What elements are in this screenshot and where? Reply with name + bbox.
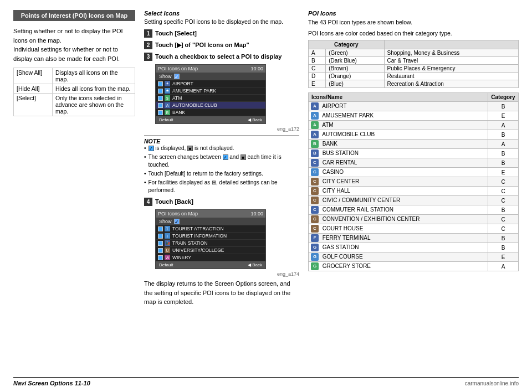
table-row: C CAR RENTAL B: [309, 158, 519, 168]
table-row: E (Blue) Recreation & Attraction: [309, 80, 519, 88]
cat-col-letter: Category: [309, 40, 385, 49]
poi-icons-title: POI Icons: [308, 10, 519, 17]
item-checkbox: [158, 96, 163, 101]
step-text-2: Touch [▶] of "POI Icons on Map": [155, 41, 249, 49]
table-row: B (Dark Blue) Car & Travel: [309, 57, 519, 65]
icon-cat-cell: B: [488, 130, 519, 140]
table-row: C CITY HALL C: [309, 187, 519, 196]
screen-1-bottombar: Default ◀ Back: [156, 116, 265, 123]
icon-cat-cell: C: [488, 196, 519, 205]
back-desc: The display returns to the Screen Option…: [144, 279, 299, 307]
screen-list-item: U UNIVERSITY/COLLEGE: [156, 247, 265, 254]
table-row: [Show All] Displays all icons on the map…: [14, 68, 135, 84]
icon-name-cell: F FERRY TERMINAL: [309, 234, 488, 243]
setting-label: [Select]: [14, 94, 53, 116]
university-icon: U: [165, 247, 170, 253]
cat-color: (Dark Blue): [326, 57, 384, 65]
step-text-1: Touch [Select]: [155, 29, 197, 37]
note-text-3: Touch [Default] to return to the factory…: [149, 170, 263, 178]
poi-name: FERRY TERMINAL: [323, 235, 371, 241]
poi-name: AMUSEMENT PARK: [322, 112, 374, 118]
step-num-1: 1: [144, 29, 152, 38]
icon-name-cell: A ATM: [309, 121, 488, 130]
bullet: •: [144, 145, 146, 152]
item-name: TOURIST ATTRACTION: [172, 226, 224, 231]
check-icon-small: ✓: [223, 154, 228, 160]
note-item-4: • For facilities displayed as ⊞, detaile…: [144, 179, 299, 194]
note-text-1: ✓ is displayed, ■ is not displayed.: [149, 145, 234, 152]
icon-cat-cell: A: [488, 262, 519, 271]
item-checkbox: [158, 81, 163, 86]
table-row: [Select] Only the icons selected in adva…: [14, 94, 135, 116]
poi-name: GOLF COURSE: [323, 254, 363, 260]
poi-icons-desc1: The 43 POI icon types are shown below.: [308, 18, 519, 27]
step-1: 1 Touch [Select]: [144, 29, 299, 38]
icon-name-cell: A AIRPORT: [309, 102, 488, 111]
screen-list-item: 🚂 TRAIN STATION: [156, 240, 265, 247]
select-icons-subtitle: Setting specific POI icons to be display…: [144, 18, 299, 25]
icon-name-cell: G GOLF COURSE: [309, 252, 488, 262]
show-checkbox-2: ✓: [174, 219, 180, 224]
airport-icon: ✈: [165, 81, 170, 86]
note-box: NOTE • ✓ is displayed, ■ is not displaye…: [144, 135, 299, 194]
poi-row-icon: C: [311, 215, 319, 223]
screen-list-item: i TOURIST INFORMATION: [156, 233, 265, 240]
poi-name: CITY HALL: [323, 188, 350, 194]
setting-desc: Displays all icons on the map.: [53, 68, 135, 84]
icon-cat-cell: E: [488, 111, 519, 121]
poi-row-icon: A: [311, 102, 319, 110]
screen-2-caption: eng_a174: [144, 271, 299, 277]
icon-name-cell: C COURT HOUSE: [309, 224, 488, 234]
note-item-3: • Touch [Default] to return to the facto…: [144, 170, 299, 178]
table-row: C CONVENTION / EXHIBITION CENTER C: [309, 215, 519, 224]
cat-desc: Restaurant: [384, 73, 518, 80]
icon-name-cell: A AUTOMOBILE CLUB: [309, 130, 488, 140]
poi-row-icon: A: [311, 112, 319, 120]
icon-name-cell: C CONVENTION / EXHIBITION CENTER: [309, 215, 488, 224]
setting-label: [Hide All]: [14, 84, 53, 94]
poi-row-icon: C: [311, 197, 319, 204]
footer: Navi Screen Options 11-10 carmanualsonli…: [13, 377, 519, 386]
step-3: 3 Touch a checkbox to select a POI to di…: [144, 53, 299, 61]
icon-cat-cell: B: [488, 158, 519, 168]
screen-list-item: ✈ AIRPORT: [156, 80, 265, 87]
poi-row-icon: A: [311, 121, 319, 129]
poi-name: CITY CENTER: [323, 178, 360, 184]
item-checkbox: [158, 241, 163, 246]
cat-col-desc: [384, 40, 518, 49]
poi-name: GROCERY STORE: [323, 263, 371, 269]
screen-1-caption: eng_a172: [144, 126, 299, 132]
poi-name: ATM: [322, 122, 333, 128]
cat-letter: B: [309, 57, 326, 65]
icon-cat-cell: E: [488, 168, 519, 177]
default-button-2[interactable]: Default: [159, 262, 173, 267]
setting-label: [Show All]: [14, 68, 53, 84]
item-checkbox: [158, 110, 163, 115]
setting-desc: Only the icons selected in advance are s…: [53, 94, 135, 116]
step-2: 2 Touch [▶] of "POI Icons on Map": [144, 41, 299, 49]
icons-col-cat: Category: [488, 93, 519, 102]
poi-row-icon: F: [311, 234, 319, 242]
poi-row-icon: B: [311, 149, 319, 157]
icon-name-cell: C CASINO: [309, 168, 488, 177]
note-item-1: • ✓ is displayed, ■ is not displayed.: [144, 145, 299, 152]
page: Points of Interest (POI) Icons on Map Se…: [0, 0, 532, 392]
table-row: C CASINO E: [309, 168, 519, 177]
icon-name-cell: C CIVIC / COMMUNITY CENTER: [309, 196, 488, 205]
screen-2-time: 10:00: [250, 211, 263, 216]
back-button[interactable]: ◀ Back: [248, 117, 262, 122]
poi-row-icon: C: [311, 159, 319, 167]
poi-name: AUTOMOBILE CLUB: [322, 131, 375, 137]
cat-color: (Green): [326, 49, 384, 57]
table-row: A ATM A: [309, 121, 519, 130]
icon-cat-cell: B: [488, 149, 519, 158]
footer-right: carmanualsonline.info: [465, 380, 519, 386]
item-name: AMUSEMENT PARK: [172, 88, 216, 94]
cat-desc: Recreation & Attraction: [384, 80, 518, 88]
step-num-3: 3: [144, 53, 152, 61]
cat-letter: C: [309, 65, 326, 73]
back-button-2[interactable]: ◀ Back: [248, 262, 262, 267]
show-label: Show: [159, 74, 172, 79]
screen-list-item: T TOURIST ATTRACTION: [156, 225, 265, 233]
default-button[interactable]: Default: [159, 117, 173, 122]
